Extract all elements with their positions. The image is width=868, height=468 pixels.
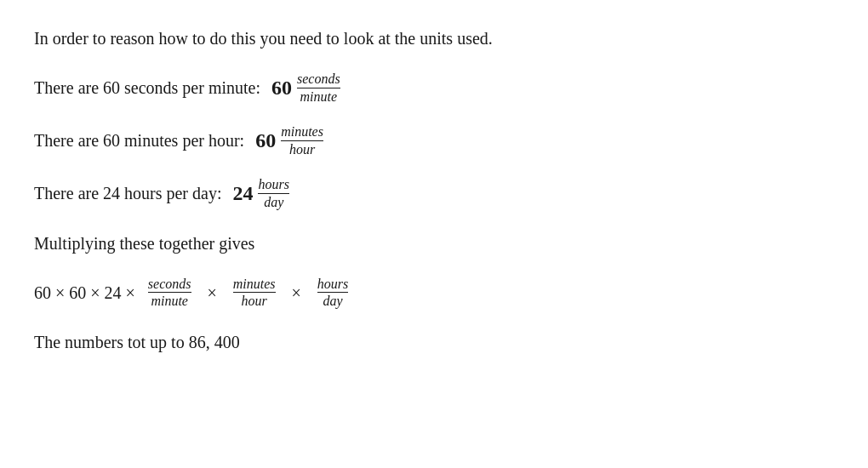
multiply-line-paragraph: 60 × 60 × 24 × seconds minute × minutes … <box>34 277 493 309</box>
multiply-frac3: hours day <box>316 277 350 309</box>
multiply-frac2: minutes hour <box>231 277 277 309</box>
multiply-frac1-numerator: seconds <box>148 277 191 294</box>
multiply-frac1: seconds minute <box>146 277 193 309</box>
line1-fraction: secondsminute <box>295 71 342 104</box>
intro-text: In order to reason how to do this you ne… <box>34 29 493 48</box>
conclusion-text: The numbers tot up to 86, 400 <box>34 333 240 351</box>
line3-paragraph: There are 24 hours per day: 24hoursday <box>34 177 493 209</box>
line2-denominator: hour <box>289 141 315 157</box>
line1-number: 60 <box>271 72 292 103</box>
multiply-intro-text: Multiplying these together gives <box>34 234 254 253</box>
line3-number: 24 <box>232 178 253 208</box>
line3-text: There are 24 hours per day: <box>34 180 221 206</box>
intro-paragraph: In order to reason how to do this you ne… <box>34 26 493 51</box>
conclusion-paragraph: The numbers tot up to 86, 400 <box>34 329 493 355</box>
multiply-frac2-numerator: minutes <box>233 277 276 294</box>
multiply-frac3-denominator: day <box>323 293 343 309</box>
line2-text: There are 60 minutes per hour: <box>34 128 244 153</box>
line2-numerator: minutes <box>281 124 323 141</box>
times1: × <box>208 280 217 305</box>
line1-denominator: minute <box>300 88 338 105</box>
line3-denominator: day <box>264 194 283 210</box>
times2: × <box>292 280 301 305</box>
line1-numerator: seconds <box>297 71 340 88</box>
line3-numerator: hours <box>258 177 288 194</box>
line2-paragraph: There are 60 minutes per hour: 60minutes… <box>34 124 493 157</box>
multiply-frac3-numerator: hours <box>317 277 348 294</box>
line1-paragraph: There are 60 seconds per minute: 60secon… <box>34 71 493 104</box>
multiply-intro-paragraph: Multiplying these together gives <box>34 231 493 256</box>
main-content: In order to reason how to do this you ne… <box>34 26 493 375</box>
line2-fraction: minuteshour <box>279 124 325 157</box>
multiply-frac1-denominator: minute <box>151 293 188 309</box>
line2-number: 60 <box>255 125 276 156</box>
line1-text: There are 60 seconds per minute: <box>34 75 260 100</box>
line3-fraction: hoursday <box>256 177 290 209</box>
multiply-prefix: 60 × 60 × 24 × <box>34 280 135 305</box>
multiply-frac2-denominator: hour <box>242 293 267 309</box>
